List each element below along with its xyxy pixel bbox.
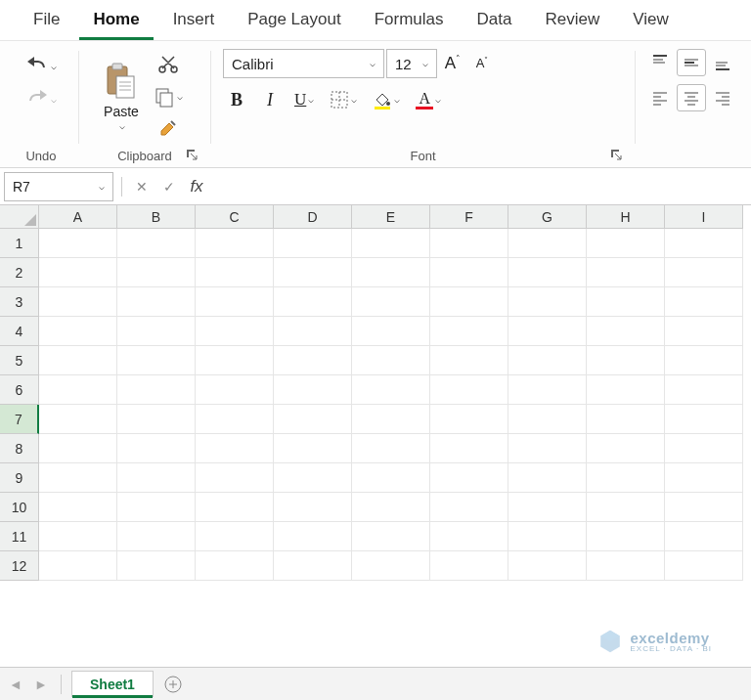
sheet-nav-next[interactable]: ►: [31, 675, 51, 694]
cell[interactable]: [430, 258, 508, 287]
cell[interactable]: [274, 405, 352, 434]
align-left-button[interactable]: [645, 84, 675, 111]
cell[interactable]: [508, 346, 587, 375]
cell[interactable]: [39, 434, 117, 463]
cell[interactable]: [430, 375, 508, 405]
cell[interactable]: [352, 229, 430, 258]
row-header[interactable]: 11: [0, 522, 39, 551]
cell[interactable]: [352, 375, 430, 405]
cell[interactable]: [508, 493, 587, 522]
tab-view[interactable]: View: [619, 4, 683, 40]
cell[interactable]: [39, 551, 117, 581]
cell[interactable]: [587, 434, 665, 463]
tab-file[interactable]: File: [20, 4, 73, 40]
cell[interactable]: [39, 493, 117, 522]
cell[interactable]: [39, 346, 117, 375]
cell[interactable]: [587, 317, 665, 346]
cell[interactable]: [587, 287, 665, 317]
cell[interactable]: [39, 229, 117, 258]
cell[interactable]: [117, 405, 196, 434]
cell[interactable]: [508, 229, 587, 258]
col-header[interactable]: C: [196, 205, 274, 229]
cell[interactable]: [430, 522, 508, 551]
cell[interactable]: [430, 551, 508, 581]
cell[interactable]: [117, 551, 196, 581]
cell[interactable]: [587, 405, 665, 434]
cell[interactable]: [508, 522, 587, 551]
cut-button[interactable]: [153, 52, 184, 79]
cell[interactable]: [196, 287, 274, 317]
cell[interactable]: [665, 405, 743, 434]
col-header[interactable]: G: [508, 205, 587, 229]
cell[interactable]: [196, 317, 274, 346]
col-header[interactable]: D: [274, 205, 352, 229]
cell[interactable]: [117, 522, 196, 551]
cell[interactable]: [196, 258, 274, 287]
tab-data[interactable]: Data: [464, 4, 526, 40]
cell[interactable]: [117, 493, 196, 522]
row-header[interactable]: 12: [0, 551, 39, 581]
row-header[interactable]: 7: [0, 405, 39, 434]
cell[interactable]: [665, 317, 743, 346]
underline-button[interactable]: U⌵: [289, 86, 319, 113]
cell[interactable]: [196, 493, 274, 522]
cell[interactable]: [508, 287, 587, 317]
cell[interactable]: [665, 493, 743, 522]
cell[interactable]: [274, 258, 352, 287]
row-header[interactable]: 4: [0, 317, 39, 346]
col-header[interactable]: A: [39, 205, 117, 229]
tab-formulas[interactable]: Formulas: [361, 4, 458, 40]
cell[interactable]: [508, 551, 587, 581]
row-header[interactable]: 10: [0, 493, 39, 522]
cell[interactable]: [587, 522, 665, 551]
cell[interactable]: [352, 551, 430, 581]
sheet-tab-active[interactable]: Sheet1: [71, 671, 154, 697]
cell[interactable]: [117, 346, 196, 375]
cell[interactable]: [39, 405, 117, 434]
cell[interactable]: [39, 375, 117, 405]
cell[interactable]: [274, 434, 352, 463]
tab-page-layout[interactable]: Page Layout: [234, 4, 354, 40]
cell[interactable]: [352, 346, 430, 375]
cell[interactable]: [587, 229, 665, 258]
row-header[interactable]: 2: [0, 258, 39, 287]
cell[interactable]: [665, 463, 743, 493]
tab-insert[interactable]: Insert: [159, 4, 229, 40]
cell[interactable]: [274, 493, 352, 522]
cell[interactable]: [274, 317, 352, 346]
paste-button[interactable]: Paste ⌵: [102, 61, 141, 133]
cell[interactable]: [508, 405, 587, 434]
cell[interactable]: [196, 229, 274, 258]
cell[interactable]: [196, 551, 274, 581]
cell[interactable]: [274, 463, 352, 493]
col-header[interactable]: I: [665, 205, 743, 229]
undo-button[interactable]: ⌵: [21, 53, 62, 80]
new-sheet-button[interactable]: [159, 671, 187, 698]
cell[interactable]: [430, 229, 508, 258]
cell[interactable]: [430, 493, 508, 522]
cell[interactable]: [430, 463, 508, 493]
cell[interactable]: [117, 317, 196, 346]
align-right-button[interactable]: [708, 84, 737, 111]
row-header[interactable]: 9: [0, 463, 39, 493]
select-all-corner[interactable]: [0, 205, 39, 229]
font-launcher[interactable]: [609, 148, 623, 161]
col-header[interactable]: F: [430, 205, 508, 229]
bold-button[interactable]: B: [223, 86, 250, 113]
cell[interactable]: [587, 463, 665, 493]
cell[interactable]: [587, 258, 665, 287]
row-header[interactable]: 8: [0, 434, 39, 463]
cell[interactable]: [430, 287, 508, 317]
font-name-select[interactable]: Calibri ⌵: [223, 49, 384, 78]
cell[interactable]: [196, 463, 274, 493]
name-box[interactable]: R7 ⌵: [4, 172, 113, 201]
align-center-button[interactable]: [677, 84, 706, 111]
cell[interactable]: [352, 434, 430, 463]
increase-font-button[interactable]: A˄: [439, 50, 466, 77]
cell[interactable]: [665, 258, 743, 287]
cell[interactable]: [196, 522, 274, 551]
col-header[interactable]: B: [117, 205, 196, 229]
cell[interactable]: [508, 463, 587, 493]
sheet-nav-prev[interactable]: ◄: [6, 675, 25, 694]
row-header[interactable]: 6: [0, 375, 39, 405]
